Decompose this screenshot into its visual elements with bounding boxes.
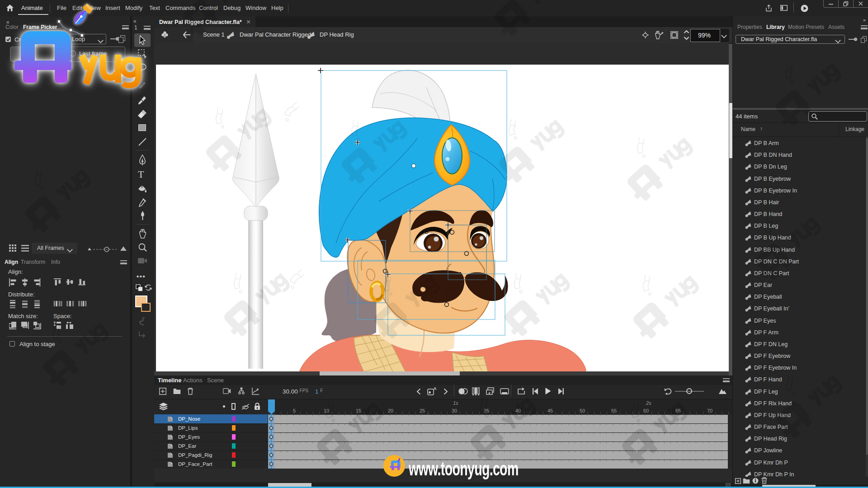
svg-text:A: A [434, 386, 437, 391]
